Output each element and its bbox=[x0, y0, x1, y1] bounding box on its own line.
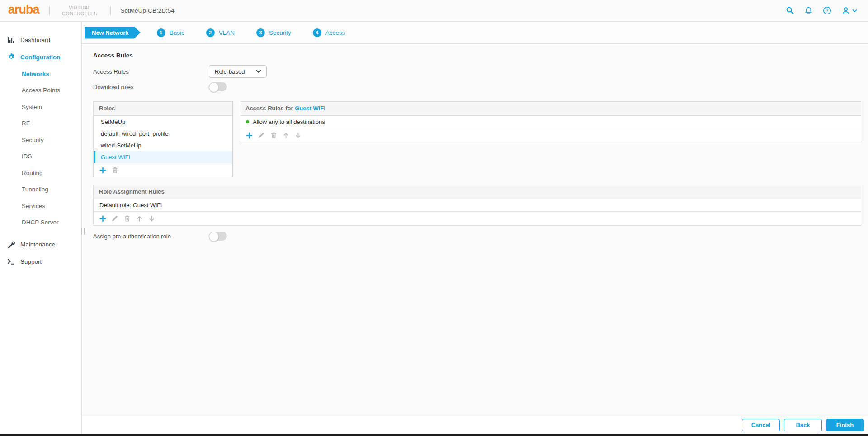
new-network-banner: New Network bbox=[85, 27, 141, 39]
finish-button[interactable]: Finish bbox=[826, 419, 864, 431]
roles-panel-header: Roles bbox=[94, 102, 232, 116]
sidebar-subitem[interactable]: Tunneling bbox=[0, 181, 81, 198]
selected-role-link[interactable]: Guest WiFi bbox=[295, 105, 326, 112]
wrench-icon bbox=[7, 241, 15, 248]
sidebar-item-configuration[interactable]: Configuration bbox=[0, 48, 81, 66]
download-roles-row: Download roles bbox=[93, 82, 861, 91]
cancel-button[interactable]: Cancel bbox=[742, 419, 780, 431]
add-icon[interactable] bbox=[245, 131, 254, 140]
sidebar-item-label: Configuration bbox=[20, 54, 60, 61]
step-label: Access bbox=[326, 29, 345, 36]
sidebar-subitem[interactable]: System bbox=[0, 99, 81, 115]
sidebar-resize-handle[interactable] bbox=[81, 228, 85, 235]
delete-icon[interactable] bbox=[110, 166, 119, 175]
access-rule-row[interactable]: Allow any to all destinations bbox=[240, 116, 861, 128]
sidebar-subitem-label: Tunneling bbox=[22, 186, 48, 193]
delete-icon[interactable] bbox=[269, 131, 278, 140]
sidebar-item-dashboard[interactable]: Dashboard bbox=[0, 31, 81, 48]
sidebar-subitem[interactable]: Security bbox=[0, 132, 81, 148]
sidebar-subitem[interactable]: Services bbox=[0, 198, 81, 214]
chevron-down-icon bbox=[256, 70, 261, 73]
pre-auth-label: Assign pre-authentication role bbox=[93, 233, 209, 240]
move-up-icon[interactable] bbox=[135, 214, 144, 223]
wizard-step[interactable]: 3 Security bbox=[256, 28, 291, 37]
sidebar-subitem[interactable]: RF bbox=[0, 115, 81, 132]
sidebar-subitem-label: Security bbox=[22, 137, 44, 143]
step-number-badge: 3 bbox=[256, 28, 265, 37]
rule-text: Allow any to all destinations bbox=[253, 118, 325, 125]
aruba-logo[interactable]: aruba bbox=[8, 4, 39, 18]
notifications-icon[interactable] bbox=[804, 6, 813, 15]
role-assignment-panel: Role Assignment Rules Default role: Gues… bbox=[93, 185, 861, 226]
add-icon[interactable] bbox=[98, 166, 107, 175]
role-assignment-toolbar bbox=[94, 211, 861, 225]
role-row[interactable]: SetMeUp bbox=[94, 116, 232, 128]
access-rules-label: Access Rules bbox=[93, 68, 209, 75]
pre-auth-row: Assign pre-authentication role bbox=[93, 232, 861, 241]
top-icons: ? bbox=[786, 6, 857, 15]
access-rules-select[interactable]: Role-based bbox=[209, 65, 267, 78]
edit-icon[interactable] bbox=[257, 131, 266, 140]
footer-bar: Cancel Back Finish bbox=[82, 416, 868, 434]
download-roles-toggle[interactable] bbox=[209, 82, 227, 91]
wizard-step[interactable]: 1 Basic bbox=[157, 28, 184, 37]
brand-area: aruba VIRTUAL CONTROLLER SetMeUp-CB:2D:5… bbox=[8, 4, 175, 18]
role-name: default_wired_port_profile bbox=[101, 130, 169, 137]
sidebar-subitem-label: Routing bbox=[22, 170, 43, 176]
role-assignment-list: Default role: Guest WiFi bbox=[94, 199, 861, 211]
sidebar-subitem-label: DHCP Server bbox=[22, 219, 59, 226]
sidebar-subitem-label: RF bbox=[22, 120, 30, 127]
move-down-icon[interactable] bbox=[293, 131, 302, 140]
sidebar-subitem-label: Access Points bbox=[22, 87, 60, 94]
roles-and-rules-row: Roles SetMeUp default_wired_port_profile… bbox=[93, 101, 861, 177]
wizard-step[interactable]: 2 VLAN bbox=[206, 28, 235, 37]
role-name: wired-SetMeUp bbox=[101, 142, 142, 149]
page-title: Access Rules bbox=[93, 52, 861, 59]
role-row[interactable]: Guest WiFi bbox=[94, 151, 232, 163]
configuration-subnav: Networks Access Points System RF Securit… bbox=[0, 66, 81, 231]
account-icon[interactable] bbox=[841, 6, 857, 15]
roles-panel: Roles SetMeUp default_wired_port_profile… bbox=[93, 101, 233, 177]
pre-auth-toggle[interactable] bbox=[209, 232, 227, 241]
help-icon[interactable]: ? bbox=[823, 6, 831, 15]
sidebar-item-label: Support bbox=[20, 258, 42, 265]
role-row[interactable]: default_wired_port_profile bbox=[94, 128, 232, 139]
sidebar-subitem[interactable]: Access Points bbox=[0, 82, 81, 99]
main-panel: Access Rules Access Rules Role-based Dow… bbox=[82, 44, 868, 241]
dashboard-icon bbox=[7, 36, 15, 44]
move-down-icon[interactable] bbox=[147, 214, 156, 223]
roles-list: SetMeUp default_wired_port_profile wired… bbox=[94, 116, 232, 163]
roles-toolbar bbox=[94, 163, 232, 177]
sidebar-subitem-label: System bbox=[22, 104, 42, 110]
chevron-down-icon bbox=[852, 9, 857, 13]
access-rules-panel-header: Access Rules for Guest WiFi bbox=[240, 102, 861, 116]
wizard-steps: 1 Basic 2 VLAN 3 Security 4 Access bbox=[157, 28, 345, 37]
sidebar-subitem[interactable]: IDS bbox=[0, 148, 81, 165]
edit-icon[interactable] bbox=[110, 214, 119, 223]
sidebar-subitem-label: Networks bbox=[22, 71, 49, 77]
divider bbox=[49, 6, 50, 16]
bottom-edge-strip bbox=[0, 434, 868, 436]
role-assignment-row[interactable]: Default role: Guest WiFi bbox=[94, 199, 861, 211]
step-label: Basic bbox=[170, 29, 184, 36]
role-name: Guest WiFi bbox=[101, 154, 130, 161]
sidebar-item-support[interactable]: Support bbox=[0, 253, 81, 270]
content-area: New Network 1 Basic 2 VLAN 3 Security bbox=[82, 0, 868, 241]
step-number-badge: 1 bbox=[157, 28, 165, 37]
role-row[interactable]: wired-SetMeUp bbox=[94, 139, 232, 151]
sidebar-subitem[interactable]: Routing bbox=[0, 165, 81, 181]
select-value: Role-based bbox=[215, 68, 245, 75]
back-button[interactable]: Back bbox=[784, 419, 822, 431]
wizard-step[interactable]: 4 Access bbox=[313, 28, 345, 37]
sidebar-subitem[interactable]: Networks bbox=[0, 66, 81, 82]
add-icon[interactable] bbox=[98, 214, 107, 223]
search-icon[interactable] bbox=[786, 6, 794, 15]
move-up-icon[interactable] bbox=[281, 131, 290, 140]
product-name: VIRTUAL CONTROLLER bbox=[60, 5, 100, 17]
delete-icon[interactable] bbox=[123, 214, 132, 223]
wizard-bar: New Network 1 Basic 2 VLAN 3 Security bbox=[82, 22, 868, 44]
sidebar-item-maintenance[interactable]: Maintenance bbox=[0, 236, 81, 253]
sidebar-subitem-label: IDS bbox=[22, 153, 32, 160]
sidebar-subitem[interactable]: DHCP Server bbox=[0, 214, 81, 231]
step-label: Security bbox=[269, 29, 291, 36]
